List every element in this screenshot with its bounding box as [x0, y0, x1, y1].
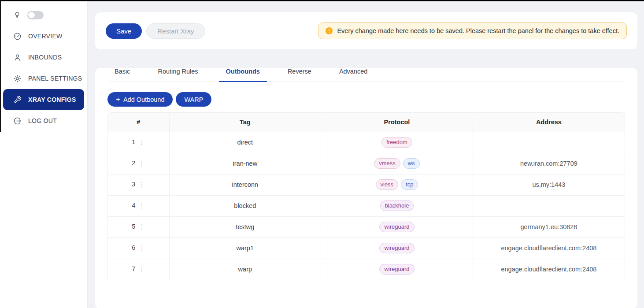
add-outbound-label: Add Outbound: [123, 96, 165, 103]
sidebar-item-label: PANEL SETTINGS: [28, 75, 82, 82]
theme-switch-row: [0, 10, 87, 20]
row-address: engage.cloudflareclient.com:2408: [473, 259, 625, 280]
table-row: 5⋮ testwg wireguard germany1.eu:30828: [108, 216, 625, 237]
row-menu-icon[interactable]: ⋮: [138, 265, 145, 273]
row-menu-icon[interactable]: ⋮: [138, 223, 145, 231]
window-left-edge: [0, 0, 1, 132]
sidebar: OVERVIEW INBOUNDS PANEL SETTINGS: [0, 0, 88, 308]
tab-routing-rules[interactable]: Routing Rules: [158, 68, 198, 82]
row-tag: warp: [169, 259, 321, 280]
tab-basic[interactable]: Basic: [115, 68, 130, 82]
row-address: [473, 132, 625, 153]
row-badges: wireguard: [321, 216, 473, 237]
sidebar-item-inbounds[interactable]: INBOUNDS: [0, 47, 87, 68]
protocol-badge: tcp: [401, 179, 418, 190]
table-row: 3⋮ interconn vlesstcp us.my:1443: [108, 174, 625, 195]
sidebar-menu: OVERVIEW INBOUNDS PANEL SETTINGS: [0, 26, 87, 131]
sidebar-item-overview[interactable]: OVERVIEW: [0, 26, 87, 47]
protocol-badge: freedom: [381, 137, 412, 148]
toggle-knob: [28, 12, 35, 19]
outbounds-table-body: 1⋮ direct freedom 2⋮ iran-new vmessws ne…: [108, 132, 625, 280]
row-number: 7: [132, 265, 135, 272]
row-menu-icon[interactable]: ⋮: [138, 160, 145, 167]
protocol-badge: wireguard: [379, 243, 414, 253]
row-badges: wireguard: [321, 259, 473, 280]
protocol-badge: blackhole: [380, 200, 414, 211]
row-number: 5: [132, 223, 135, 230]
row-tag: interconn: [169, 174, 321, 195]
toolbar-buttons: Save Restart Xray: [106, 23, 205, 39]
sidebar-item-panel-settings[interactable]: PANEL SETTINGS: [0, 68, 87, 89]
sidebar-item-label: OVERVIEW: [28, 33, 63, 40]
warning-alert: ! Every change made here needs to be sav…: [318, 22, 627, 39]
tab-advanced[interactable]: Advanced: [339, 68, 368, 82]
window-top-edge: [0, 0, 644, 1]
main-content: Save Restart Xray ! Every change made he…: [88, 0, 644, 308]
sidebar-item-log-out[interactable]: LOG OUT: [0, 110, 87, 131]
logout-icon: [13, 117, 22, 125]
sidebar-item-xray-configs[interactable]: XRAY CONFIGS: [3, 89, 84, 110]
protocol-badge: wireguard: [379, 264, 414, 275]
row-tag: iran-new: [169, 153, 321, 174]
row-menu-icon[interactable]: ⋮: [138, 181, 145, 189]
warning-icon: !: [326, 27, 333, 34]
table-row: 2⋮ iran-new vmessws new.iran.com:27709: [108, 153, 625, 174]
table-row: 6⋮ warp1 wireguard engage.cloudflareclie…: [108, 237, 625, 259]
row-address: germany1.eu:30828: [473, 216, 625, 237]
restart-xray-button[interactable]: Restart Xray: [146, 23, 205, 39]
row-menu-icon[interactable]: ⋮: [138, 202, 145, 210]
outbounds-table: # Tag Protocol Address 1⋮ direct freedom…: [107, 112, 625, 280]
row-tag: testwg: [169, 216, 321, 237]
row-menu-icon[interactable]: ⋮: [138, 244, 145, 252]
row-address: engage.cloudflareclient.com:2408: [473, 237, 625, 259]
dashboard-icon: [13, 32, 22, 41]
row-address: [473, 195, 625, 216]
protocol-badge: vmess: [374, 158, 400, 169]
toolbar-card: Save Restart Xray ! Every change made he…: [95, 12, 637, 49]
sidebar-item-label: XRAY CONFIGS: [28, 96, 76, 103]
column-header-tag: Tag: [169, 113, 321, 132]
row-tag: direct: [169, 132, 321, 153]
row-badges: freedom: [321, 132, 473, 153]
outbound-actions: + Add Outbound WARP: [107, 92, 625, 107]
row-badges: vlesstcp: [321, 174, 473, 195]
sidebar-item-label: LOG OUT: [28, 117, 57, 124]
tab-outbounds[interactable]: Outbounds: [226, 68, 260, 82]
table-row: 7⋮ warp wireguard engage.cloudflareclien…: [108, 259, 625, 280]
xray-configs-card: Basic Routing Rules Outbounds Reverse Ad…: [95, 68, 637, 308]
table-header-row: # Tag Protocol Address: [108, 113, 625, 132]
warp-button[interactable]: WARP: [176, 92, 211, 107]
row-badges: blackhole: [321, 195, 473, 216]
bulb-icon: [13, 11, 21, 19]
protocol-badge: vless: [376, 179, 399, 190]
column-header-address: Address: [473, 113, 625, 132]
row-address: us.my:1443: [473, 174, 625, 195]
config-tabs: Basic Routing Rules Outbounds Reverse Ad…: [107, 68, 625, 82]
row-badges: wireguard: [321, 237, 473, 259]
warning-alert-text: Every change made here needs to be saved…: [337, 27, 619, 34]
row-number: 3: [132, 181, 135, 188]
row-number: 2: [132, 160, 135, 167]
tab-reverse[interactable]: Reverse: [288, 68, 311, 82]
save-button[interactable]: Save: [106, 23, 142, 39]
protocol-badge: wireguard: [379, 222, 414, 232]
plus-icon: +: [116, 96, 120, 103]
wrench-icon: [13, 96, 22, 104]
column-header-number: #: [108, 113, 169, 132]
column-header-protocol: Protocol: [321, 113, 473, 132]
sidebar-item-label: INBOUNDS: [28, 54, 62, 61]
row-badges: vmessws: [321, 153, 473, 174]
table-row: 4⋮ blocked blackhole: [108, 195, 625, 216]
row-menu-icon[interactable]: ⋮: [138, 138, 145, 146]
dark-mode-toggle[interactable]: [27, 11, 44, 19]
row-tag: blocked: [169, 195, 321, 216]
row-address: new.iran.com:27709: [473, 153, 625, 174]
protocol-badge: ws: [403, 158, 420, 169]
row-number: 1: [132, 138, 135, 145]
user-icon: [13, 53, 22, 62]
table-row: 1⋮ direct freedom: [108, 132, 625, 153]
gear-icon: [13, 74, 22, 83]
row-number: 4: [132, 202, 135, 209]
add-outbound-button[interactable]: + Add Outbound: [107, 92, 173, 107]
row-tag: warp1: [169, 237, 321, 259]
